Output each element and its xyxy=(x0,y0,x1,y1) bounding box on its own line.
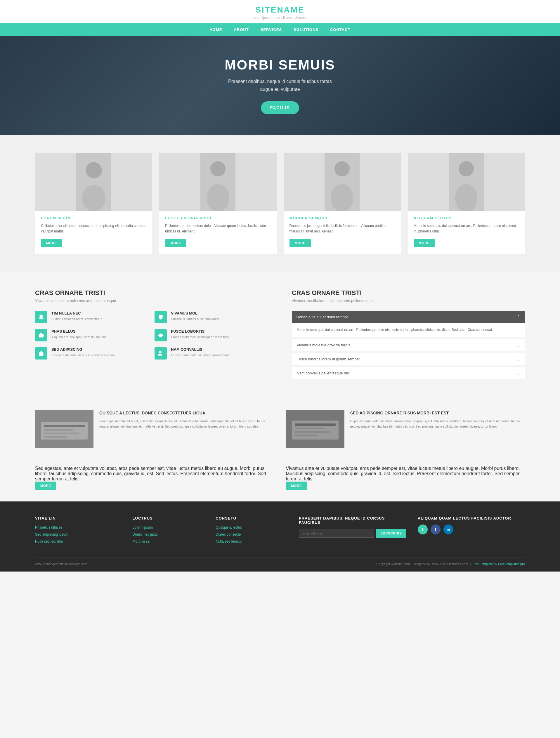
card-3-title: MORBIIN SEMQUIS xyxy=(289,216,395,220)
footer-col-2-heading: LUCTRUS xyxy=(132,516,204,520)
footer-col-5: ALIQUAM QUAM LECTUS FACILISIS AUCTOR t f… xyxy=(418,516,525,545)
feature-icon-3 xyxy=(35,329,47,341)
svg-rect-17 xyxy=(44,425,85,427)
content-block-1: QUISQUE A LECTUS. DONEC CONSECTETUER LIG… xyxy=(35,410,274,448)
feature-3-text: Aliquam erat volutpat. Nam dui mi, tinci xyxy=(51,335,107,340)
svg-point-4 xyxy=(210,161,226,176)
features-section: CRAS ORNARE TRISTI Vivamus vestibulum nu… xyxy=(0,272,560,398)
footer-subscribe-button[interactable]: SUBSCRIBE xyxy=(376,529,406,538)
nav-home[interactable]: HOME xyxy=(210,27,222,32)
feature-6-title: NAM CONVALLIS xyxy=(171,347,230,352)
footer: VITAE LIN Phasellus ultrices Sed adipisc… xyxy=(0,501,560,572)
footer-link-2-1[interactable]: Lorem ipsum xyxy=(132,525,153,529)
accordion-item-2: Vivamus molestie gravida turpis ⌄ xyxy=(292,339,525,351)
card-1-image xyxy=(35,153,152,211)
footer-site-url: www.thericagechiristianscollege.com xyxy=(35,562,87,566)
bottom-more-btn-2[interactable]: MORE xyxy=(286,481,307,490)
card-3-more-button[interactable]: MORE xyxy=(289,239,311,247)
footer-link-2-3[interactable]: Morbi in se xyxy=(132,539,150,543)
card-1-title: LOREM IPSUM xyxy=(41,216,147,220)
bottom-text-2: Vivamus ante et vulputate volutpat, eros… xyxy=(286,466,525,490)
accordion-header-2[interactable]: Vivamus molestie gravida turpis ⌄ xyxy=(292,339,525,351)
accordion-header-1[interactable]: Donec quis dui at dolor tempor ⌃ xyxy=(292,311,525,323)
svg-point-2 xyxy=(82,185,105,211)
footer-col-1: VITAE LIN Phasellus ultrices Sed adipisc… xyxy=(35,516,121,545)
social-icons: t f in xyxy=(418,524,525,534)
bottom-text-1: Sed egestas, ante et vulputate volutpat,… xyxy=(35,466,274,490)
svg-point-10 xyxy=(459,161,474,176)
card-1-text: Cuibstui dolor sit amet, consectetuer ad… xyxy=(41,223,147,234)
bottom-text-section: Sed egestas, ante et vulputate volutpat,… xyxy=(0,466,560,501)
feature-item-4: FUSCE LOBORTIS Class aptent taciti socio… xyxy=(155,329,268,341)
nav-services[interactable]: SERVICES xyxy=(261,27,282,32)
linkedin-icon[interactable]: in xyxy=(444,524,454,534)
footer-bottom: www.thericagechiristianscollege.com Copy… xyxy=(35,557,525,566)
footer-link-3-2[interactable]: Donec consecte xyxy=(216,532,241,536)
feature-icon-2 xyxy=(155,311,167,323)
chevron-down-icon-4: ⌄ xyxy=(517,371,520,376)
twitter-icon[interactable]: t xyxy=(418,524,428,534)
footer-link-3-3[interactable]: Nulla sed leoniton xyxy=(216,539,243,543)
svg-point-7 xyxy=(334,161,350,176)
feature-1-title: TIM NULLA NEC xyxy=(51,311,102,315)
footer-link-1-2[interactable]: Sed adipiscing ipsum xyxy=(35,532,68,536)
card-4-more-button[interactable]: MORE xyxy=(413,239,435,247)
accordion-header-3[interactable]: Fusce lobortis lorem at ipsum semper ⌄ xyxy=(292,353,525,365)
bottom-para-2: Vivamus ante et vulputate volutpat, eros… xyxy=(286,466,525,481)
content-image-2 xyxy=(286,410,344,448)
footer-col-4-heading: PRAESENT DAPIBUS, NEQUE ID CURSUS FAUCIB… xyxy=(299,516,406,525)
card-2: FUSCE LACINIA ARCU Pellentesque fermentu… xyxy=(159,153,276,254)
footer-col-5-heading: ALIQUAM QUAM LECTUS FACILISIS AUCTOR xyxy=(418,516,525,520)
svg-rect-19 xyxy=(44,432,79,434)
card-1: LOREM IPSUM Cuibstui dolor sit amet, con… xyxy=(35,153,152,254)
card-2-title: FUSCE LACINIA ARCU xyxy=(165,216,271,220)
footer-subscribe-form: SUBSCRIBE xyxy=(299,529,406,538)
footer-copyright: Copyright website name. Designed by: www… xyxy=(376,562,525,566)
card-4-title: ALIQUAM LECTUS xyxy=(413,216,519,220)
site-tagline: lorem ipsum dolor sit amet vivamus xyxy=(0,16,560,20)
chevron-down-icon-2: ⌄ xyxy=(517,343,520,348)
nav-contact[interactable]: CONTACT xyxy=(330,27,350,32)
card-4-text: Morbi in sem quis dui placerat ornare. P… xyxy=(413,223,519,234)
footer-link-3-1[interactable]: Quisque a lectus xyxy=(216,525,242,529)
hero-section: MORBI SEMUIS Praesent dapibus, neque id … xyxy=(0,36,560,135)
card-2-more-button[interactable]: MORE xyxy=(165,239,186,247)
nav-solutions[interactable]: SOLUTIONS xyxy=(294,27,318,32)
svg-rect-20 xyxy=(44,436,67,438)
bottom-para-1: Sed egestas, ante et vulputate volutpat,… xyxy=(35,466,274,481)
footer-col-2: LUCTRUS Lorem ipsum Donec nec justo Morb… xyxy=(132,516,204,545)
footer-free-template-link[interactable]: Free Template by FreeTemplates.pro xyxy=(472,562,525,566)
feature-6-text: Lorem ipsum dolor sit amet, consectetuer xyxy=(171,353,230,358)
footer-col-3: CONSETU Quisque a lectus Donec consecte … xyxy=(216,516,287,545)
site-header: SITENAME lorem ipsum dolor sit amet viva… xyxy=(0,0,560,23)
nav-about[interactable]: ABOUT xyxy=(234,27,249,32)
cards-section: LOREM IPSUM Cuibstui dolor sit amet, con… xyxy=(0,135,560,272)
content-image-1 xyxy=(35,410,93,448)
hero-heading: MORBI SEMUIS xyxy=(225,57,335,73)
bottom-more-btn-1[interactable]: MORE xyxy=(35,481,56,490)
svg-point-11 xyxy=(455,184,477,211)
accordion-header-4[interactable]: Nam convallis pellentesque nisl ⌄ xyxy=(292,367,525,379)
card-4: ALIQUAM LECTUS Morbi in sem quis dui pla… xyxy=(408,153,525,254)
features-right-heading: CRAS ORNARE TRISTI xyxy=(292,289,525,297)
features-left-heading: CRAS ORNARE TRISTI xyxy=(35,289,268,297)
content-1-heading: QUISQUE A LECTUS. DONEC CONSECTETUER LIG… xyxy=(99,410,274,416)
content-2-text: Cupsum ipsum dolor sit amet, consectetue… xyxy=(350,419,525,429)
footer-email-input[interactable] xyxy=(299,529,374,538)
footer-link-2-2[interactable]: Donec nec justo xyxy=(132,532,158,536)
accordion-content-1: Morbi in sem quis dui placerat ornare. P… xyxy=(292,323,525,337)
chevron-down-icon-3: ⌄ xyxy=(517,357,520,362)
svg-rect-23 xyxy=(295,423,336,426)
hero-button[interactable]: FACILIS xyxy=(261,101,299,114)
footer-link-1-1[interactable]: Phasellus ultrices xyxy=(35,525,62,529)
facebook-icon[interactable]: f xyxy=(431,524,441,534)
features-right-sub: Vivamus vestibulum nulla nec ante pellen… xyxy=(292,299,525,303)
card-4-image xyxy=(408,153,525,211)
card-1-more-button[interactable]: MORE xyxy=(41,239,62,247)
accordion-item-4: Nam convallis pellentesque nisl ⌄ xyxy=(292,367,525,379)
cards-grid: LOREM IPSUM Cuibstui dolor sit amet, con… xyxy=(35,153,525,254)
features-left: CRAS ORNARE TRISTI Vivamus vestibulum nu… xyxy=(35,289,268,381)
feature-grid: TIM NULLA NEC Cuibstui dolor sit amet, c… xyxy=(35,311,268,360)
footer-link-1-3[interactable]: Nulla sed leoniton xyxy=(35,539,63,543)
card-2-image xyxy=(159,153,276,211)
